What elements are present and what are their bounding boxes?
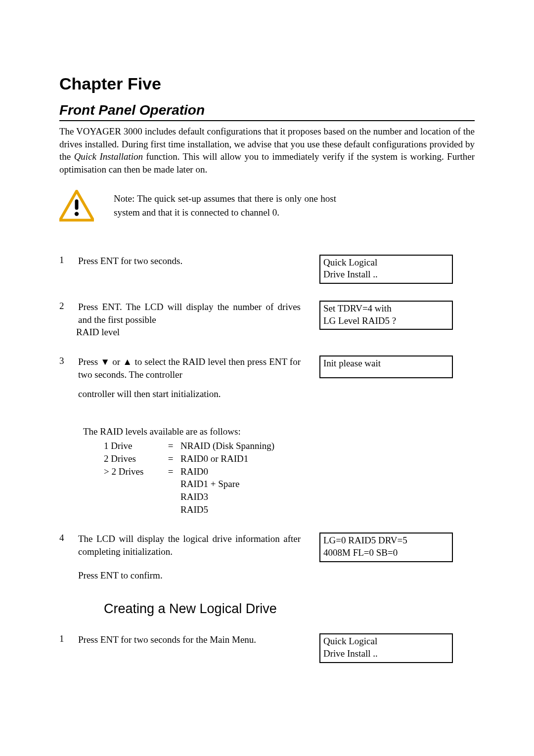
section-title: Front Panel Operation [59,102,475,121]
lcd-display: Init please wait [319,356,453,378]
document-page: Chapter Five Front Panel Operation The V… [0,0,534,722]
step-number: 3 [59,356,68,366]
step-number: 2 [59,301,68,311]
raid-cell [161,490,180,503]
step-row: 1 Press ENT for two seconds. Quick Logic… [59,255,475,284]
intro-paragraph: The VOYAGER 3000 includes default config… [59,125,475,176]
up-arrow-icon: ▲ [123,356,132,367]
lcd-display: Set TDRV=4 with LG Level RAID5 ? [319,301,453,330]
lcd-line: Drive Install .. [323,648,449,660]
step-text-line: Press ENT. The LCD will display the numb… [78,302,301,325]
raid-cell: RAID0 [180,465,475,478]
raid-cell [104,490,161,503]
raid-cell: = [161,452,180,465]
raid-cell [161,478,180,490]
raid-cell: RAID1 + Spare [180,478,475,490]
step-text-line: RAID level [76,327,120,337]
table-row: RAID1 + Spare [104,478,475,490]
lcd-line: Quick Logical [323,257,449,269]
lcd-line: Drive Install .. [323,268,449,281]
table-row: RAID5 [104,503,475,516]
step-row: 1 Press ENT for two seconds for the Main… [59,633,475,663]
intro-emphasis: Quick Installation [74,151,143,162]
table-row: > 2 Drives = RAID0 [104,465,475,478]
lcd-line: LG Level RAID5 ? [323,315,449,327]
raid-intro: The RAID levels available are as follows… [83,425,475,438]
step-extra-text: Press ENT to confirm. [78,569,475,582]
step-text-part: Press [78,356,100,367]
lcd-line: 4008M FL=0 SB=0 [323,547,449,559]
step-number: 4 [59,533,68,543]
lcd-line: Set TDRV=4 with [323,303,449,315]
step-text: Press ENT for two seconds. [78,255,310,267]
step-text-part: or [110,356,123,367]
lcd-line: LG=0 RAID5 DRV=5 [323,534,449,547]
raid-cell [161,503,180,516]
table-row: 2 Drives = RAID0 or RAID1 [104,452,475,465]
lcd-display: Quick Logical Drive Install .. [319,255,453,284]
raid-cell: 2 Drives [104,452,161,465]
raid-cell: 1 Drive [104,440,161,452]
step-number: 1 [59,633,68,644]
steps-list: 1 Press ENT for two seconds. Quick Logic… [59,238,475,663]
chapter-title: Chapter Five [59,74,475,93]
raid-cell: = [161,440,180,452]
raid-cell: RAID0 or RAID1 [180,452,475,465]
step-text: Press ENT. The LCD will display the numb… [78,301,310,339]
down-arrow-icon: ▼ [100,356,110,367]
lcd-line: Init please wait [323,357,449,370]
step-number: 1 [59,255,68,266]
lcd-line: Quick Logical [323,635,449,648]
subsection-title: Creating a New Logical Drive [104,601,475,617]
svg-point-2 [75,212,79,216]
raid-cell: RAID5 [180,503,475,516]
step-row: 3 Press ▼ or ▲ to select the RAID level … [59,356,475,381]
raid-cell: RAID3 [180,490,475,503]
raid-cell [104,503,161,516]
step-text: Press ▼ or ▲ to select the RAID level th… [78,356,310,381]
svg-rect-1 [75,199,79,210]
raid-cell: = [161,465,180,478]
lcd-display: LG=0 RAID5 DRV=5 4008M FL=0 SB=0 [319,533,453,562]
step-extra-text: controller will then start initializatio… [78,388,475,400]
raid-table: 1 Drive = NRAID (Disk Spanning) 2 Drives… [104,440,475,516]
note-text: Note: The quick set-up assumes that ther… [114,190,336,220]
step-text: The LCD will display the logical drive i… [78,533,310,558]
note-block: Note: The quick set-up assumes that ther… [59,190,475,224]
step-row: 2 Press ENT. The LCD will display the nu… [59,301,475,339]
table-row: RAID3 [104,490,475,503]
step-row: 4 The LCD will display the logical drive… [59,533,475,562]
raid-cell: > 2 Drives [104,465,161,478]
table-row: 1 Drive = NRAID (Disk Spanning) [104,440,475,452]
raid-cell: NRAID (Disk Spanning) [180,440,475,452]
step-text: Press ENT for two seconds for the Main M… [78,633,310,646]
warning-icon [59,190,94,224]
lcd-display: Quick Logical Drive Install .. [319,633,453,663]
raid-cell [104,478,161,490]
